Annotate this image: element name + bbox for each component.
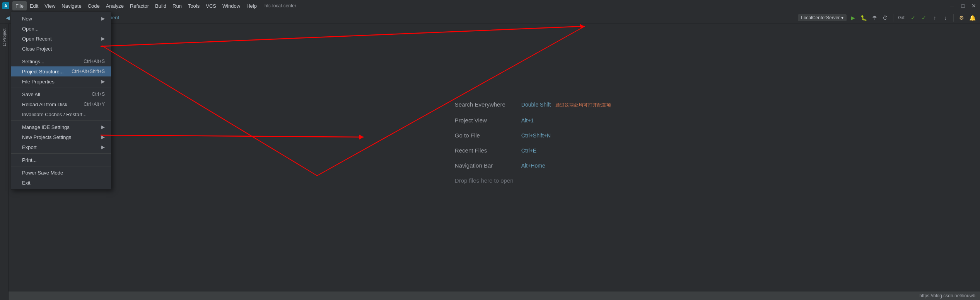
menubar: A File Edit View Navigate Code Analyze R… bbox=[0, 0, 980, 12]
menu-item-invalidate-label: Invalidate Caches / Restart... bbox=[22, 112, 87, 117]
arrow-icon-fp: ▶ bbox=[101, 79, 105, 84]
menu-item-new-projects-label: New Projects Settings bbox=[22, 134, 71, 140]
menu-help[interactable]: Help bbox=[243, 1, 260, 10]
chevron-down-icon: ▾ bbox=[841, 15, 843, 20]
minimize-button[interactable]: ─ bbox=[948, 1, 957, 10]
save-all-shortcut: Ctrl+S bbox=[92, 92, 105, 97]
project-view-label: Project View bbox=[455, 117, 517, 124]
menu-item-project-structure-label: Project Structure... bbox=[22, 69, 64, 75]
profile-button[interactable]: ⏱ bbox=[881, 13, 890, 22]
menu-item-open-recent-label: Open Recent bbox=[22, 36, 52, 42]
window-title: htc-local-center bbox=[265, 3, 296, 8]
menu-item-open-label: Open... bbox=[22, 26, 39, 32]
menu-item-open-recent[interactable]: Open Recent ▶ bbox=[11, 34, 111, 44]
separator-3 bbox=[11, 120, 111, 121]
menu-code[interactable]: Code bbox=[85, 1, 103, 10]
menu-item-new-projects[interactable]: New Projects Settings ▶ bbox=[11, 132, 111, 142]
menu-item-close-project[interactable]: Close Project bbox=[11, 44, 111, 54]
coverage-button[interactable]: ☂ bbox=[870, 13, 879, 22]
menu-item-print[interactable]: Print... bbox=[11, 155, 111, 165]
separator-5 bbox=[11, 166, 111, 166]
close-button[interactable]: ✕ bbox=[969, 1, 978, 10]
menu-item-invalidate[interactable]: Invalidate Caches / Restart... bbox=[11, 109, 111, 119]
arrow-icon-ide: ▶ bbox=[101, 124, 105, 130]
menu-item-exit[interactable]: Exit bbox=[11, 178, 111, 188]
settings-button[interactable]: ⚙ bbox=[957, 13, 966, 22]
menu-item-manage-ide[interactable]: Manage IDE Settings ▶ bbox=[11, 122, 111, 132]
menu-item-project-structure[interactable]: Project Structure... Ctrl+Alt+Shift+S bbox=[11, 66, 111, 76]
run-config-label: LocalCenterServer bbox=[801, 15, 840, 20]
svg-text:A: A bbox=[4, 3, 7, 8]
menu-item-print-label: Print... bbox=[22, 157, 37, 163]
menu-run[interactable]: Run bbox=[169, 1, 185, 10]
statusbar: https://blog.csdn.net/liouwb bbox=[0, 292, 980, 300]
file-menu-dropdown: New ▶ Open... Open Recent ▶ Close Projec… bbox=[11, 12, 111, 190]
statusbar-url: https://blog.csdn.net/liouwb bbox=[919, 293, 975, 298]
settings-shortcut: Ctrl+Alt+S bbox=[84, 59, 105, 64]
menu-item-settings-label: Settings... bbox=[22, 59, 44, 64]
drop-label: Drop files here to open bbox=[455, 177, 517, 184]
menu-analyze[interactable]: Analyze bbox=[103, 1, 127, 10]
menu-item-power-save-label: Power Save Mode bbox=[22, 170, 63, 176]
menu-vcs[interactable]: VCS bbox=[203, 1, 219, 10]
menu-edit[interactable]: Edit bbox=[27, 1, 41, 10]
git-check2-icon[interactable]: ✓ bbox=[919, 13, 929, 22]
info-row-navbar: Navigation Bar Alt+Home bbox=[455, 162, 611, 169]
menu-item-power-save[interactable]: Power Save Mode bbox=[11, 168, 111, 178]
app-logo: A bbox=[2, 2, 10, 10]
navbar: ◀ ▶ htc › cloud › OfflineMessageSocketCl… bbox=[0, 12, 980, 24]
separator-2 bbox=[11, 88, 111, 88]
arrow-icon-nps: ▶ bbox=[101, 134, 105, 140]
debug-button[interactable]: 🐛 bbox=[859, 13, 868, 22]
menu-item-close-project-label: Close Project bbox=[22, 46, 52, 52]
menu-item-save-all-label: Save All bbox=[22, 92, 40, 97]
info-row-project: Project View Alt+1 bbox=[455, 117, 611, 124]
reload-shortcut: Ctrl+Alt+Y bbox=[84, 102, 105, 107]
git-push-icon[interactable]: ↑ bbox=[930, 13, 939, 22]
arrow-icon-export: ▶ bbox=[101, 144, 105, 150]
project-view-shortcut: Alt+1 bbox=[521, 117, 534, 124]
menu-refactor[interactable]: Refactor bbox=[127, 1, 152, 10]
goto-shortcut: Ctrl+Shift+N bbox=[521, 132, 551, 139]
git-pull-icon[interactable]: ↓ bbox=[941, 13, 950, 22]
arrow-icon: ▶ bbox=[101, 16, 105, 21]
arrow-icon-recent: ▶ bbox=[101, 36, 105, 41]
menu-item-reload-all-label: Reload All from Disk bbox=[22, 102, 67, 107]
menu-item-file-properties[interactable]: File Properties ▶ bbox=[11, 76, 111, 86]
menu-build[interactable]: Build bbox=[152, 1, 169, 10]
menu-tools[interactable]: Tools bbox=[185, 1, 203, 10]
info-row-recent: Recent Files Ctrl+E bbox=[455, 147, 611, 154]
recent-shortcut: Ctrl+E bbox=[521, 147, 536, 154]
menu-item-open[interactable]: Open... bbox=[11, 24, 111, 34]
menu-navigate[interactable]: Navigate bbox=[58, 1, 84, 10]
maximize-button[interactable]: □ bbox=[958, 1, 968, 10]
goto-label: Go to File bbox=[455, 132, 517, 139]
run-config-selector[interactable]: LocalCenterServer ▾ bbox=[798, 14, 847, 21]
search-note: 通过这两处均可打开配置项 bbox=[555, 102, 611, 108]
git-check1-icon[interactable]: ✓ bbox=[908, 13, 918, 22]
notifications-button[interactable]: 🔔 bbox=[968, 13, 977, 22]
menu-file[interactable]: File bbox=[12, 1, 27, 10]
menu-item-new[interactable]: New ▶ bbox=[11, 14, 111, 24]
info-row-goto: Go to File Ctrl+Shift+N bbox=[455, 132, 611, 139]
sidebar: 1: Project bbox=[0, 24, 9, 300]
git-label: Git: bbox=[898, 15, 905, 20]
navbar-shortcut: Alt+Home bbox=[521, 163, 545, 169]
separator-4 bbox=[11, 153, 111, 154]
menu-item-export[interactable]: Export ▶ bbox=[11, 142, 111, 152]
menu-item-settings[interactable]: Settings... Ctrl+Alt+S bbox=[11, 56, 111, 66]
info-row-search: Search Everywhere Double Shift 通过这两处均可打开… bbox=[455, 101, 611, 108]
sidebar-project-tab[interactable]: 1: Project bbox=[1, 25, 8, 49]
menu-item-save-all[interactable]: Save All Ctrl+S bbox=[11, 89, 111, 99]
search-shortcut: Double Shift bbox=[521, 102, 551, 108]
info-row-drop: Drop files here to open bbox=[455, 177, 611, 184]
menu-view[interactable]: View bbox=[41, 1, 58, 10]
menu-window[interactable]: Window bbox=[219, 1, 243, 10]
separator-1 bbox=[11, 55, 111, 55]
menu-item-file-properties-label: File Properties bbox=[22, 79, 55, 85]
main-content: Search Everywhere Double Shift 通过这两处均可打开… bbox=[9, 24, 980, 300]
run-button[interactable]: ▶ bbox=[848, 13, 857, 22]
menu-item-reload-all[interactable]: Reload All from Disk Ctrl+Alt+Y bbox=[11, 99, 111, 109]
navbar-right: LocalCenterServer ▾ ▶ 🐛 ☂ ⏱ Git: ✓ ✓ ↑ ↓… bbox=[798, 13, 977, 22]
menu-item-manage-ide-label: Manage IDE Settings bbox=[22, 124, 70, 130]
